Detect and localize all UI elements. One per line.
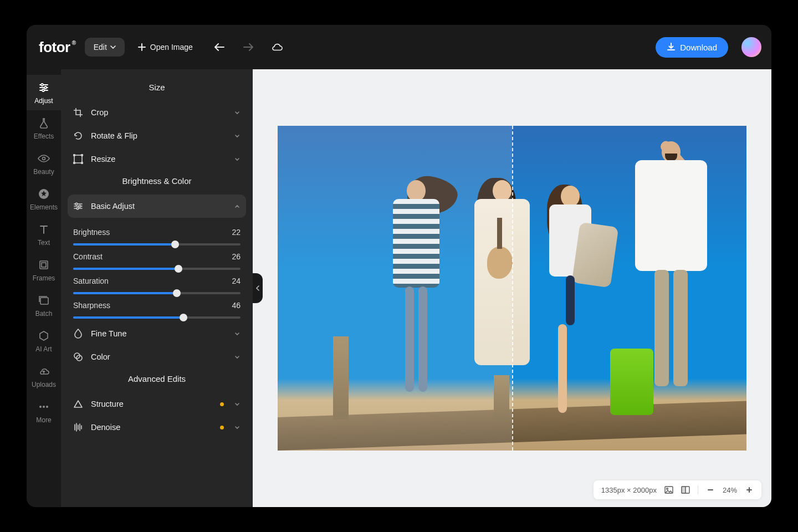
- canvas-area[interactable]: 1335px × 2000px 24%: [253, 69, 771, 507]
- zoom-in-button[interactable]: [745, 485, 754, 494]
- chevron-down-icon: [110, 44, 116, 50]
- slider-thumb[interactable]: [173, 289, 181, 297]
- download-button[interactable]: Download: [656, 37, 728, 58]
- toolrail-label: More: [36, 416, 51, 424]
- row-label: Basic Adjust: [91, 202, 226, 211]
- undo-button[interactable]: [214, 42, 225, 53]
- basic-adjust-sliders: Brightness22Contrast26Saturation24Sharpn…: [68, 218, 246, 322]
- row-label: Rotate & Flip: [91, 131, 226, 140]
- chevron-down-icon: [234, 109, 241, 116]
- toolrail-batch[interactable]: Batch: [27, 288, 61, 323]
- palette-icon: [73, 352, 83, 362]
- row-resize[interactable]: Resize: [68, 147, 246, 171]
- adjust-panel: Size Crop Rotate & Flip Resize Brightnes…: [61, 69, 253, 507]
- chevron-down-icon: [234, 424, 241, 431]
- svg-point-13: [81, 155, 83, 156]
- compare-split-handle[interactable]: [512, 126, 513, 451]
- chevron-down-icon: [234, 132, 241, 139]
- row-fine-tune[interactable]: Fine Tune: [68, 322, 246, 345]
- slider-track[interactable]: [73, 268, 241, 270]
- edit-label: Edit: [94, 43, 107, 52]
- chevron-down-icon: [234, 354, 241, 360]
- row-label: Denoise: [91, 423, 212, 432]
- row-structure[interactable]: Structure: [68, 392, 246, 416]
- row-label: Structure: [91, 400, 212, 408]
- svg-point-10: [46, 406, 48, 408]
- svg-point-9: [43, 406, 45, 408]
- zoom-out-button[interactable]: [706, 485, 715, 494]
- slider-thumb[interactable]: [171, 241, 179, 248]
- section-bc-title: Brightness & Color: [68, 171, 246, 195]
- eye-icon: [38, 152, 50, 165]
- topbar: fotor® Edit Open Image Download: [27, 25, 771, 69]
- text-icon: [38, 223, 50, 236]
- toolrail-text[interactable]: Text: [27, 217, 61, 252]
- toolrail-more[interactable]: More: [27, 394, 61, 429]
- toolrail-frames[interactable]: Frames: [27, 252, 61, 288]
- toolrail-label: Adjust: [34, 97, 53, 105]
- row-crop[interactable]: Crop: [68, 101, 246, 124]
- slider-value: 26: [232, 252, 241, 261]
- slider-thumb[interactable]: [175, 265, 182, 273]
- slider-brightness: Brightness22: [69, 221, 245, 245]
- svg-point-3: [43, 157, 45, 160]
- svg-point-2: [42, 89, 44, 91]
- download-icon: [667, 43, 676, 52]
- redo-button: [243, 42, 254, 53]
- image-info-icon[interactable]: [664, 485, 673, 494]
- premium-dot-icon: [220, 426, 224, 429]
- svg-point-16: [75, 203, 78, 205]
- image-canvas[interactable]: [278, 126, 746, 451]
- brand-logo: fotor®: [37, 39, 76, 56]
- open-image-label: Open Image: [150, 43, 193, 52]
- svg-point-15: [81, 162, 83, 164]
- resize-icon: [73, 154, 83, 164]
- flask-icon: [38, 117, 50, 129]
- slider-value: 46: [232, 301, 241, 310]
- edit-dropdown[interactable]: Edit: [85, 38, 125, 57]
- droplet-icon: [73, 329, 83, 339]
- slider-label: Brightness: [73, 228, 110, 237]
- slider-value: 22: [232, 228, 241, 237]
- compare-icon[interactable]: [681, 485, 690, 494]
- svg-rect-24: [682, 487, 686, 493]
- open-image-button[interactable]: Open Image: [138, 43, 193, 52]
- slider-thumb[interactable]: [180, 314, 187, 321]
- svg-rect-5: [40, 261, 48, 269]
- zoom-level: 24%: [723, 486, 737, 494]
- row-denoise[interactable]: Denoise: [68, 416, 246, 439]
- toolrail-adjust[interactable]: Adjust: [27, 75, 61, 110]
- premium-dot-icon: [220, 402, 224, 406]
- toolrail-label: Frames: [33, 274, 55, 282]
- star-circle-icon: [38, 188, 50, 200]
- slider-track[interactable]: [73, 316, 241, 319]
- section-size-title: Size: [68, 77, 246, 101]
- triangle-icon: [73, 399, 83, 409]
- slider-track[interactable]: [73, 292, 241, 294]
- toolrail-label: Beauty: [33, 168, 54, 176]
- toolrail-aiart[interactable]: AI Art: [27, 323, 61, 359]
- adjust-icon: [73, 201, 83, 211]
- image-dimensions: 1335px × 2000px: [601, 486, 657, 494]
- images-icon: [38, 294, 50, 306]
- cloud-upload-icon: [38, 365, 50, 377]
- toolrail-label: Uploads: [32, 381, 56, 388]
- chevron-down-icon: [234, 330, 241, 337]
- rotate-icon: [73, 131, 83, 141]
- cloud-button[interactable]: [272, 42, 283, 53]
- slider-track[interactable]: [73, 243, 241, 245]
- panel-collapse-handle[interactable]: [253, 273, 263, 303]
- row-basic-adjust[interactable]: Basic Adjust: [68, 195, 246, 218]
- chevron-down-icon: [234, 156, 241, 162]
- toolrail-beauty[interactable]: Beauty: [27, 146, 61, 181]
- svg-point-0: [41, 84, 43, 86]
- toolrail-elements[interactable]: Elements: [27, 181, 61, 217]
- slider-contrast: Contrast26: [69, 245, 245, 270]
- toolrail-effects[interactable]: Effects: [27, 110, 61, 146]
- row-rotate-flip[interactable]: Rotate & Flip: [68, 124, 246, 147]
- toolrail-uploads[interactable]: Uploads: [27, 359, 61, 394]
- main-area: Adjust Effects Beauty Elements Text Fram…: [27, 69, 771, 507]
- user-avatar[interactable]: [741, 37, 761, 57]
- svg-point-1: [44, 86, 47, 89]
- row-color[interactable]: Color: [68, 345, 246, 369]
